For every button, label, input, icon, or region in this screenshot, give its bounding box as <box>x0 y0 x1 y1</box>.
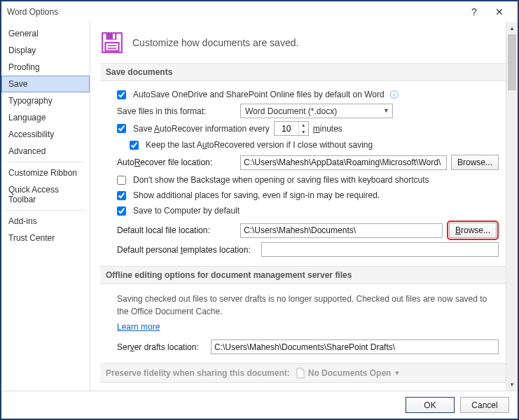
sidebar-item-display[interactable]: Display <box>1 42 90 59</box>
save-format-value: Word Document (*.docx) <box>245 106 337 116</box>
save-disk-icon <box>100 31 124 55</box>
scroll-track[interactable] <box>506 34 518 379</box>
ok-button[interactable]: OK <box>406 397 455 413</box>
sidebar-item-addins[interactable]: Add-ins <box>1 213 90 230</box>
page-header: Customize how documents are saved. <box>100 28 506 63</box>
help-icon[interactable]: ? <box>462 6 487 18</box>
sidebar-item-proofing[interactable]: Proofing <box>1 59 90 76</box>
autorecover-location-input[interactable]: C:\Users\Mahesh\AppData\Roaming\Microsof… <box>240 155 447 170</box>
chevron-down-icon: ▼ <box>394 370 400 377</box>
offline-note: Saving checked out files to server draft… <box>117 290 499 321</box>
sidebar-item-customize-ribbon[interactable]: Customize Ribbon <box>1 164 90 181</box>
sidebar-item-quick-access-toolbar[interactable]: Quick Access Toolbar <box>1 181 90 208</box>
show-additional-places-label: Show additional places for saving, even … <box>133 190 380 200</box>
default-templates-location-label: Default personal templates location: <box>117 245 257 255</box>
sidebar-separator <box>6 162 85 162</box>
autorecover-minutes-input[interactable] <box>275 122 298 135</box>
svg-rect-3 <box>105 43 118 51</box>
save-to-computer-checkbox[interactable] <box>117 206 126 216</box>
scroll-thumb[interactable] <box>508 34 516 90</box>
category-sidebar: General Display Proofing Save Typography… <box>1 22 90 391</box>
content-pane: Customize how documents are saved. Save … <box>90 22 506 391</box>
preserve-fidelity-title: Preserve fidelity when sharing this docu… <box>106 368 290 378</box>
word-options-window: Word Options ? ✕ General Display Proofin… <box>0 0 519 420</box>
sidebar-item-save[interactable]: Save <box>1 76 90 92</box>
svg-rect-2 <box>113 34 115 38</box>
dialog-footer: OK Cancel <box>1 391 518 419</box>
save-format-combo[interactable]: Word Document (*.docx) ▼ <box>240 104 393 118</box>
show-additional-places-checkbox[interactable] <box>117 191 126 200</box>
save-format-label: Save files in this format: <box>117 106 236 116</box>
default-templates-location-input[interactable] <box>261 242 499 257</box>
sidebar-item-typography[interactable]: Typography <box>1 92 90 109</box>
document-icon <box>296 368 305 379</box>
save-to-computer-label: Save to Computer by default <box>133 206 240 216</box>
titlebar: Word Options ? ✕ <box>1 1 518 22</box>
default-local-location-label: Default local file location: <box>117 225 236 235</box>
keep-last-autorecovered-label: Keep the last AutoRecovered version if I… <box>146 140 373 150</box>
info-icon[interactable]: i <box>390 90 399 99</box>
page-header-text: Customize how documents are saved. <box>132 37 298 48</box>
autorecover-checkbox[interactable] <box>117 124 126 133</box>
server-drafts-location-label: Server drafts location: <box>117 342 207 352</box>
window-title: Word Options <box>7 7 462 17</box>
section-preserve-fidelity: Preserve fidelity when sharing this docu… <box>100 363 506 383</box>
server-drafts-location-input[interactable]: C:\Users\Mahesh\Documents\SharePoint Dra… <box>211 340 499 354</box>
preserve-document-combo[interactable]: No Documents Open ▼ <box>296 368 401 379</box>
sidebar-item-trust-center[interactable]: Trust Center <box>1 230 90 246</box>
sidebar-separator <box>6 210 85 211</box>
sidebar-item-advanced[interactable]: Advanced <box>1 143 90 160</box>
autorecover-browse-button[interactable]: Browse... <box>451 155 499 170</box>
dont-show-backstage-label: Don't show the Backstage when opening or… <box>133 175 429 185</box>
scroll-up-icon[interactable]: ▲ <box>506 22 518 34</box>
sidebar-item-accessibility[interactable]: Accessibility <box>1 126 90 143</box>
vertical-scrollbar[interactable]: ▲ ▼ <box>506 22 518 391</box>
autosave-checkbox[interactable] <box>117 90 126 99</box>
section-offline-editing: Offline editing options for document man… <box>100 266 506 284</box>
scroll-down-icon[interactable]: ▼ <box>506 379 518 391</box>
spin-up-icon[interactable]: ▲ <box>299 122 308 129</box>
default-local-browse-button[interactable]: Browse... <box>449 223 497 238</box>
highlight-annotation: Browse... <box>447 220 499 240</box>
cancel-button[interactable]: Cancel <box>460 397 509 413</box>
autorecover-label: Save AutoRecover information every <box>133 124 270 134</box>
chevron-down-icon: ▼ <box>383 107 389 114</box>
autorecover-minutes-spinner[interactable]: ▲ ▼ <box>274 121 309 136</box>
spin-down-icon[interactable]: ▼ <box>299 129 308 136</box>
autorecover-location-label: AutoRecover file location: <box>117 158 236 167</box>
keep-last-autorecovered-checkbox[interactable] <box>130 141 139 150</box>
section-save-documents: Save documents <box>100 63 506 81</box>
autosave-label: AutoSave OneDrive and SharePoint Online … <box>133 90 385 99</box>
sidebar-item-language[interactable]: Language <box>1 109 90 126</box>
sidebar-item-general[interactable]: General <box>1 25 90 42</box>
default-local-location-input[interactable]: C:\Users\Mahesh\Documents\ <box>240 223 443 238</box>
minutes-label: minutes <box>313 124 342 134</box>
learn-more-link[interactable]: Learn more <box>117 322 160 332</box>
dont-show-backstage-checkbox[interactable] <box>117 176 126 185</box>
close-icon[interactable]: ✕ <box>487 6 512 18</box>
